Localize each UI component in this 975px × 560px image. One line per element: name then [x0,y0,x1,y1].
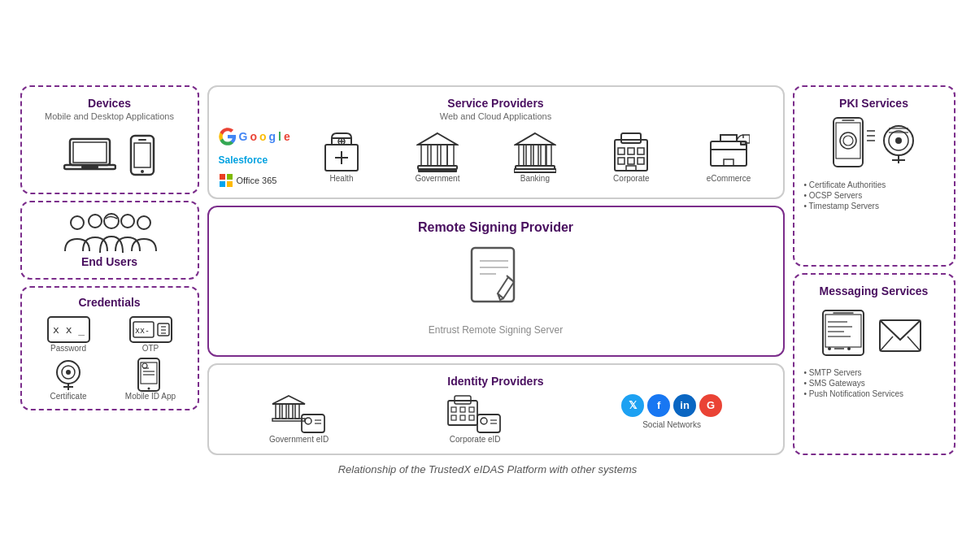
svg-point-32 [142,363,147,368]
svg-point-95 [481,418,487,424]
corporate-icon [610,132,652,174]
svg-rect-53 [526,145,531,166]
svg-point-7 [141,170,144,173]
messaging-title: Messaging Services [804,284,944,297]
svg-rect-78 [282,404,286,419]
linkedin-icon: in [673,394,696,417]
rsp-title: Remote Signing Provider [418,220,573,235]
pki-phone-icon [831,116,876,173]
pki-title: PKI Services [804,97,944,110]
svg-rect-62 [628,148,634,154]
mobile-id-icon [134,358,167,392]
svg-rect-49 [418,166,457,169]
svg-rect-77 [276,404,280,419]
credential-password: x x _ Password [30,315,107,353]
office365-logo: Office 365 [219,173,290,188]
svg-rect-36 [220,181,225,187]
password-label: Password [50,344,86,353]
svg-rect-56 [546,145,551,166]
left-column: Devices Mobile and Desktop Applications [20,85,199,455]
office365-icon [219,173,233,188]
social-networks-label: Social Networks [642,420,701,429]
corporate-label: Corporate [613,174,649,183]
idp-icons-row: Government eID [219,394,773,444]
salesforce-text: Salesforce [219,154,268,166]
otp-icon: xx- [128,315,173,344]
svg-rect-54 [533,145,538,166]
sp-icons-row: Health [300,132,773,183]
facebook-icon: f [647,394,670,417]
svg-rect-35 [227,174,233,180]
banking-label: Banking [520,174,550,183]
svg-rect-63 [638,148,644,154]
right-column: PKI Services [793,85,955,455]
svg-line-124 [880,336,893,351]
sp-government: Government [415,132,459,183]
svg-point-101 [840,132,856,149]
credentials-panel: Credentials x x _ Password [20,286,199,410]
devices-icons [63,134,155,176]
idp-social: 𝕏 f in G Social Networks [621,394,722,444]
svg-rect-50 [418,169,457,172]
svg-rect-92 [460,415,465,420]
remote-signing-icon [464,245,529,318]
devices-title: Devices [88,97,131,110]
svg-marker-44 [418,133,457,145]
svg-rect-87 [455,396,471,404]
credential-certificate: Certificate [30,358,107,401]
sp-banking: Banking [514,132,556,183]
svg-rect-55 [541,145,546,166]
government-label: Government [415,174,459,183]
sp-logos: Google Salesforce [219,128,290,188]
svg-rect-37 [227,181,233,187]
pki-cert-icon [881,116,917,173]
devices-subtitle: Mobile and Desktop Applications [45,111,174,121]
svg-point-9 [89,215,102,228]
svg-point-120 [828,347,831,350]
diagram-wrapper: Devices Mobile and Desktop Applications [20,85,955,475]
svg-rect-52 [519,145,524,166]
svg-point-102 [843,136,853,145]
svg-rect-89 [460,407,465,412]
sp-subtitle: Web and Cloud Applications [219,111,773,121]
svg-rect-93 [469,415,474,420]
google-icon [219,128,237,145]
corp-eid-icon [446,394,503,435]
svg-point-11 [121,215,134,228]
rsp-subtitle: Entrust Remote Signing Server [429,324,563,336]
middle-column: Service Providers Web and Cloud Applicat… [207,85,785,455]
messaging-panel: Messaging Services [793,273,955,455]
messaging-illustration [804,304,944,361]
twitter-icon: 𝕏 [621,394,644,417]
pki-bullet-1: Certificate Authorities [804,180,944,190]
corp-eid-label: Corporate eID [450,435,501,444]
messaging-bullet-2: SMS Gateways [804,378,944,389]
main-row: Devices Mobile and Desktop Applications [20,85,955,455]
svg-rect-46 [431,145,437,166]
health-label: Health [330,174,354,183]
svg-rect-91 [451,415,456,420]
salesforce-logo: Salesforce [219,152,290,167]
remote-signing-panel: Remote Signing Provider Entrust Remote S… [207,206,785,357]
pki-bullet-2: OCSP Servers [804,190,944,201]
credentials-title: Credentials [78,296,140,309]
svg-rect-98 [834,118,863,167]
svg-rect-45 [421,145,428,166]
otp-label: OTP [142,344,159,353]
credential-mobile-id: Mobile ID App [112,358,189,401]
svg-text:xx-: xx- [135,326,150,335]
sp-title: Service Providers [219,97,773,110]
idp-title: Identity Providers [219,375,773,388]
gov-eid-icon [271,394,328,435]
devices-panel: Devices Mobile and Desktop Applications [20,85,199,194]
certificate-icon [52,358,85,392]
svg-rect-47 [441,145,447,166]
svg-point-112 [895,137,902,144]
password-icon: x x _ [46,315,91,344]
svg-rect-79 [289,404,293,419]
svg-rect-71 [472,248,514,302]
svg-point-12 [137,216,150,229]
gov-eid-label: Government eID [269,435,329,444]
svg-rect-3 [81,166,98,168]
sp-content: Google Salesforce [219,128,773,188]
